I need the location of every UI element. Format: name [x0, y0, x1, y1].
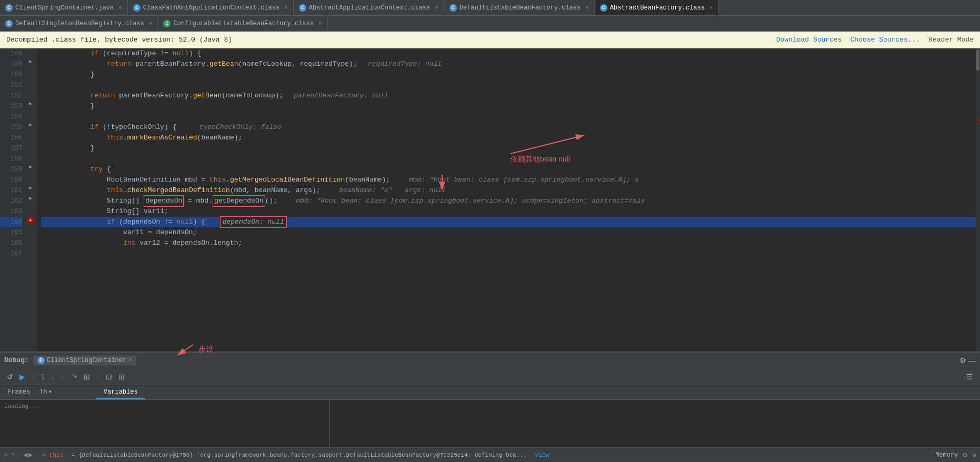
code-line-160: RootBeanDefinition mbd = this.getMergedL… [41, 175, 976, 185]
code-line-149: return parentBeanFactory.getBean(nameToL… [41, 59, 976, 69]
debug-header-buttons: ⚙ — [959, 356, 976, 365]
code-line-163: String[] var11; [41, 206, 976, 217]
code-line-164: if (dependsOn != null) { dependsOn: null [41, 217, 976, 227]
code-line-155: if (!typeCheckOnly) { typeCheckOnly: fal… [41, 122, 976, 133]
tab-client-spring-container[interactable]: C ClientSpringContainer.java × [0, 0, 128, 15]
tab-threads[interactable]: Th ▾ [37, 385, 54, 399]
tab-close-icon[interactable]: × [435, 5, 438, 11]
code-line-152: return parentBeanFactory.getBean(nameToL… [41, 91, 976, 101]
step-over-label: 步过 [198, 345, 213, 354]
debug-settings-button[interactable]: ⚙ [959, 356, 966, 365]
debug-maximize-button[interactable]: — [968, 356, 976, 365]
debug-bottom-bar: > ? ◀ ▶ > this = {DefaultListableBeanFac… [0, 447, 980, 462]
memory-label: Memory [935, 451, 958, 459]
download-sources-link[interactable]: Download Sources [776, 36, 842, 44]
tab-default-listable[interactable]: C DefaultListableBeanFactory.class × [444, 0, 595, 15]
step-into-button[interactable]: ↓ [48, 371, 57, 383]
line-numbers: 148 149 150 151 152 153 154 155 156 157 … [0, 48, 26, 351]
tab-label: AbstractBeanFactory.class [610, 4, 705, 12]
expand-right-button[interactable]: ⊞ [116, 371, 127, 383]
code-line-151 [41, 80, 976, 91]
restart-button[interactable]: ↺ [4, 371, 16, 383]
code-line-161: this.checkMergedBeanDefinition(mbd, bean… [41, 185, 976, 196]
error-indicator [978, 119, 980, 121]
banner-actions: Download Sources Choose Sources... Reade… [776, 36, 974, 44]
debug-content: loading... [0, 400, 980, 447]
variables-panel [329, 400, 980, 447]
debug-toolbar: ↺ ▶ | ⤵ ↓ ↑ ↷ ⊞ | ⊟ ⊞ ☰ [0, 368, 980, 385]
debug-title: Debug: [4, 356, 29, 364]
evaluate-button[interactable]: ⊞ [81, 371, 93, 383]
nav-prev-button[interactable]: ◀ [23, 451, 27, 458]
tab-configurable-listable[interactable]: I ConfigurableListableBeanFactory.class … [158, 16, 327, 31]
tab-close-icon[interactable]: × [118, 5, 122, 11]
this-value-text: = {DefaultListableBeanFactory@1750} 'org… [72, 452, 527, 458]
toolbar-sep2: | [96, 373, 100, 380]
step-over-button[interactable]: ⤵ [38, 371, 47, 383]
tab-label: ClassPathXmlApplicationContext.class [143, 4, 279, 12]
banner-text: Decompiled .class file, bytecode version… [6, 36, 232, 44]
nav-next-button[interactable]: ▶ [28, 451, 33, 458]
debug-tabs-row: Frames Th ▾ Variables [0, 385, 980, 400]
tab-default-singleton[interactable]: C DefaultSingletonBeanRegistry.class × [0, 16, 158, 31]
code-line-148: if (requiredType != null) { [41, 48, 976, 59]
toolbar-sep1: | [31, 373, 35, 380]
chevron-icon: ▾ [48, 388, 52, 396]
debug-session-label: ClientSpringContainer [47, 357, 126, 364]
code-line-167 [41, 248, 976, 259]
tab-abstract-bean-factory[interactable]: C AbstractBeanFactory.class × [595, 0, 719, 15]
tab-variables[interactable]: Variables [96, 385, 145, 399]
debug-session-close-icon[interactable]: × [128, 357, 132, 364]
debug-session-tab[interactable]: C ClientSpringContainer × [33, 356, 136, 365]
tab-close-icon[interactable]: × [284, 5, 288, 11]
code-line-157: } [41, 143, 976, 154]
scrollbar-thumb[interactable] [976, 49, 979, 71]
breadcrumb-nav: > ? [4, 452, 15, 458]
code-content: if (requiredType != null) { return paren… [37, 48, 976, 351]
code-line-154 [41, 112, 976, 122]
code-line-166: int var12 = dependsOn.length; [41, 238, 976, 248]
tab-close-icon[interactable]: × [149, 21, 153, 27]
tab-frames[interactable]: Frames [0, 385, 37, 399]
frames-panel: loading... [0, 400, 329, 447]
tab-label: ConfigurableListableBeanFactory.class [173, 20, 313, 27]
code-editor: 148 149 150 151 152 153 154 155 156 157 … [0, 48, 980, 351]
choose-sources-link[interactable]: Choose Sources... [851, 36, 921, 44]
code-line-158 [41, 154, 976, 164]
this-keyword: > this [39, 452, 63, 458]
nav-arrows: ◀ ▶ [23, 451, 33, 458]
debug-header: Debug: C ClientSpringContainer × 步过 ⚙ — [0, 353, 980, 368]
tab-label: ClientSpringContainer.java [15, 4, 114, 12]
tab-abstract-app-context[interactable]: C AbstractApplicationContext.class × [294, 0, 444, 15]
code-line-162: 💡 String[] dependsOn = mbd.getDependsOn(… [41, 196, 976, 206]
resume-button[interactable]: ▶ [17, 371, 28, 383]
debug-panel: Debug: C ClientSpringContainer × 步过 ⚙ — [0, 351, 980, 462]
tab-close-icon[interactable]: × [709, 5, 713, 11]
tab-close-icon[interactable]: × [318, 21, 322, 27]
tab-label: DefaultListableBeanFactory.class [459, 4, 581, 12]
memory-settings-button[interactable]: ⚙ [962, 451, 968, 459]
toolbar-right-area: ☰ [964, 371, 976, 383]
decompiled-banner: Decompiled .class file, bytecode version… [0, 32, 980, 48]
tab-bar-row1: C ClientSpringContainer.java × C ClassPa… [0, 0, 980, 16]
frame-item[interactable]: loading... [4, 402, 325, 410]
code-line-165: var11 = dependsOn; [41, 227, 976, 238]
step-out-button[interactable]: ↑ [58, 371, 67, 383]
code-line-159: try { [41, 164, 976, 175]
code-line-150: } [41, 69, 976, 80]
tab-classpathxml[interactable]: C ClassPathXmlApplicationContext.class × [128, 0, 294, 15]
code-line-153: } [41, 101, 976, 112]
frames-button[interactable]: ⊟ [103, 371, 115, 383]
run-to-cursor-button[interactable]: ↷ [68, 371, 80, 383]
settings-right-button[interactable]: ☰ [964, 371, 976, 383]
tab-close-icon[interactable]: × [585, 5, 589, 11]
tab-bar-row2: C DefaultSingletonBeanRegistry.class × I… [0, 16, 980, 32]
reader-mode-label: Reader Mode [928, 36, 974, 44]
gutter: ⚑ ⚑ ⚑ ⚑ ⚑ ⚑ ● [26, 48, 37, 351]
scrollbar[interactable] [976, 48, 980, 351]
tab-label: AbstractApplicationContext.class [309, 4, 430, 12]
svg-line-4 [177, 345, 193, 355]
memory-value: ◑ [972, 451, 976, 458]
tab-label: DefaultSingletonBeanRegistry.class [15, 20, 144, 27]
view-link[interactable]: View [535, 452, 549, 458]
